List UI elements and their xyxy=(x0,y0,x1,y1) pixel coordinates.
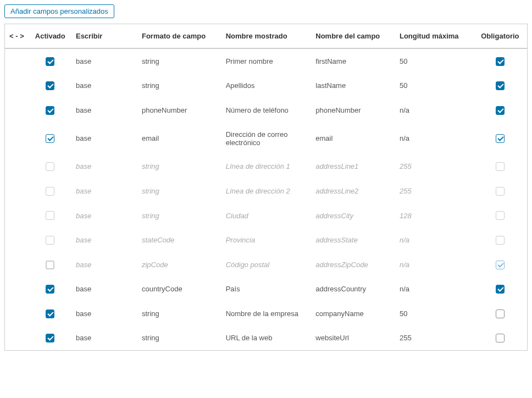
activado-cell xyxy=(29,98,71,123)
table-row[interactable]: basestringURL de la webwebsiteUrl255 xyxy=(5,326,527,351)
drag-handle-cell[interactable] xyxy=(5,301,29,326)
table-row[interactable]: basecountryCodePaísaddressCountryn/a xyxy=(5,277,527,302)
table-header-row: < - > Activado Escribir Formato de campo… xyxy=(5,24,527,48)
activado-cell xyxy=(29,203,71,228)
nombre-mostrado-cell: Línea de dirección 2 xyxy=(221,179,312,203)
nombre-mostrado-cell: Ciudad xyxy=(221,203,312,228)
obligatorio-cell xyxy=(473,123,527,154)
longitud-cell: n/a xyxy=(395,277,473,302)
drag-handle-cell[interactable] xyxy=(5,326,29,351)
nombre-campo-cell: firstName xyxy=(311,48,395,74)
longitud-cell: 255 xyxy=(395,154,473,179)
obligatorio-checkbox[interactable] xyxy=(496,211,505,220)
obligatorio-checkbox[interactable] xyxy=(496,162,505,171)
nombre-mostrado-cell: Apellidos xyxy=(221,74,312,98)
obligatorio-checkbox[interactable] xyxy=(496,106,505,115)
activado-checkbox[interactable] xyxy=(46,236,54,245)
escribir-cell: base xyxy=(71,179,137,203)
table-row[interactable]: basestringLínea de dirección 2addressLin… xyxy=(5,179,527,203)
drag-handle-cell[interactable] xyxy=(5,98,29,123)
longitud-cell: n/a xyxy=(395,228,473,252)
formato-cell: string xyxy=(137,203,221,228)
formato-cell: string xyxy=(137,179,221,203)
header-activado: Activado xyxy=(29,24,71,48)
table-row[interactable]: basestringApellidoslastName50 xyxy=(5,74,527,98)
activado-cell xyxy=(29,277,71,302)
obligatorio-checkbox[interactable] xyxy=(496,81,505,90)
header-obligatorio: Obligatorio xyxy=(473,24,527,48)
longitud-cell: n/a xyxy=(395,123,473,154)
escribir-cell: base xyxy=(71,203,137,228)
longitud-cell: 128 xyxy=(395,203,473,228)
table-row[interactable]: basephoneNumberNúmero de teléfonophoneNu… xyxy=(5,98,527,123)
nombre-mostrado-cell: Primer nombre xyxy=(221,48,312,74)
drag-handle-cell[interactable] xyxy=(5,203,29,228)
activado-checkbox[interactable] xyxy=(46,134,54,143)
header-drag: < - > xyxy=(5,24,29,48)
longitud-cell: 255 xyxy=(395,179,473,203)
escribir-cell: base xyxy=(71,123,137,154)
drag-handle-cell[interactable] xyxy=(5,154,29,179)
obligatorio-checkbox[interactable] xyxy=(496,57,505,66)
header-nombre-campo: Nombre del campo xyxy=(311,24,395,48)
header-formato: Formato de campo xyxy=(137,24,221,48)
nombre-campo-cell: addressState xyxy=(311,228,395,252)
activado-checkbox[interactable] xyxy=(46,211,54,220)
formato-cell: zipCode xyxy=(137,252,221,277)
nombre-campo-cell: addressCountry xyxy=(311,277,395,302)
formato-cell: string xyxy=(137,154,221,179)
longitud-cell: 50 xyxy=(395,301,473,326)
obligatorio-cell xyxy=(473,98,527,123)
nombre-mostrado-cell: Nombre de la empresa xyxy=(221,301,312,326)
drag-handle-cell[interactable] xyxy=(5,48,29,74)
table-row[interactable]: basestringCiudadaddressCity128 xyxy=(5,203,527,228)
obligatorio-checkbox[interactable] xyxy=(496,134,505,143)
activado-checkbox[interactable] xyxy=(46,285,54,294)
obligatorio-checkbox[interactable] xyxy=(496,236,505,245)
nombre-campo-cell: email xyxy=(311,123,395,154)
table-row[interactable]: basestringLínea de dirección 1addressLin… xyxy=(5,154,527,179)
activado-checkbox[interactable] xyxy=(46,187,54,196)
obligatorio-cell xyxy=(473,301,527,326)
activado-checkbox[interactable] xyxy=(46,334,54,342)
obligatorio-checkbox[interactable] xyxy=(496,261,505,269)
obligatorio-checkbox[interactable] xyxy=(496,334,505,342)
activado-checkbox[interactable] xyxy=(46,106,54,115)
activado-checkbox[interactable] xyxy=(46,57,54,66)
activado-cell xyxy=(29,228,71,252)
obligatorio-checkbox[interactable] xyxy=(496,187,505,196)
nombre-campo-cell: addressLine2 xyxy=(311,179,395,203)
table-row[interactable]: basestateCodeProvinciaaddressStaten/a xyxy=(5,228,527,252)
drag-handle-cell[interactable] xyxy=(5,252,29,277)
activado-cell xyxy=(29,154,71,179)
add-custom-fields-button[interactable]: Añadir campos personalizados xyxy=(4,4,114,18)
table-row[interactable]: basestringPrimer nombrefirstName50 xyxy=(5,48,527,74)
activado-checkbox[interactable] xyxy=(46,261,54,269)
activado-checkbox[interactable] xyxy=(46,81,54,90)
header-escribir: Escribir xyxy=(71,24,137,48)
drag-handle-cell[interactable] xyxy=(5,123,29,154)
obligatorio-cell xyxy=(473,252,527,277)
nombre-mostrado-cell: URL de la web xyxy=(221,326,312,351)
formato-cell: string xyxy=(137,48,221,74)
obligatorio-cell xyxy=(473,228,527,252)
longitud-cell: 255 xyxy=(395,326,473,351)
activado-checkbox[interactable] xyxy=(46,162,54,171)
drag-handle-cell[interactable] xyxy=(5,228,29,252)
obligatorio-cell xyxy=(473,326,527,351)
drag-handle-cell[interactable] xyxy=(5,74,29,98)
nombre-campo-cell: companyName xyxy=(311,301,395,326)
escribir-cell: base xyxy=(71,228,137,252)
table-row[interactable]: basezipCodeCódigo postaladdressZipCoden/… xyxy=(5,252,527,277)
table-row[interactable]: basestringNombre de la empresacompanyNam… xyxy=(5,301,527,326)
nombre-mostrado-cell: Dirección de correo electrónico xyxy=(221,123,312,154)
header-nombre-mostrado: Nombre mostrado xyxy=(221,24,312,48)
obligatorio-checkbox[interactable] xyxy=(496,309,505,318)
drag-handle-cell[interactable] xyxy=(5,277,29,302)
activado-checkbox[interactable] xyxy=(46,309,54,318)
drag-handle-cell[interactable] xyxy=(5,179,29,203)
table-row[interactable]: baseemailDirección de correo electrónico… xyxy=(5,123,527,154)
escribir-cell: base xyxy=(71,48,137,74)
obligatorio-checkbox[interactable] xyxy=(496,285,505,294)
escribir-cell: base xyxy=(71,98,137,123)
